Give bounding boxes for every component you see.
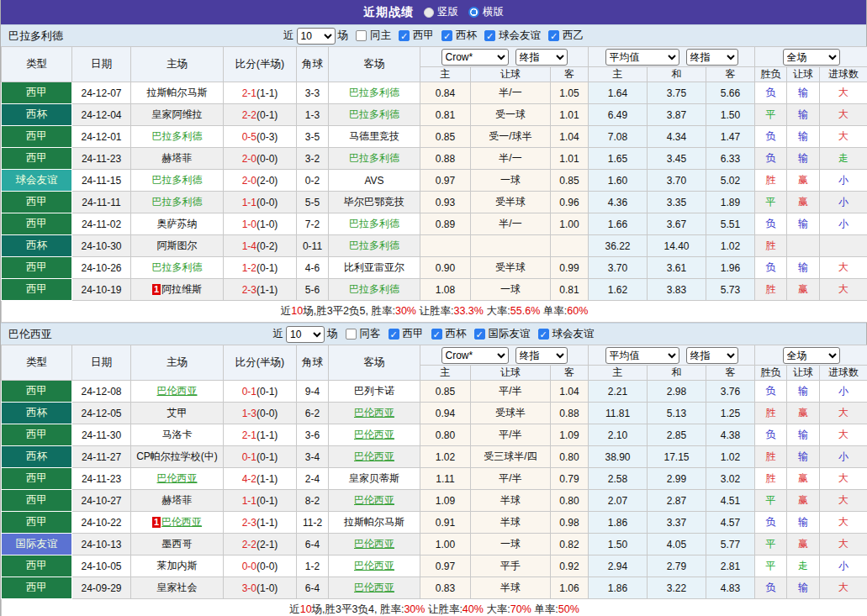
final-odds-select[interactable]: 终指 <box>515 49 568 66</box>
corner-score: 0-2 <box>297 170 329 192</box>
halftime-score: (0-3) <box>256 131 278 143</box>
result-goals: 大 <box>820 512 867 534</box>
filter-bar: 巴伦西亚近10场同客✓西甲✓西杯✓国际友谊✓球会友谊 <box>1 323 866 345</box>
match-row: 西甲24-12-01巴拉多利德0-5(0-3)3-5马德里竞技0.85受一/球半… <box>2 126 867 148</box>
league-type-badge: 西杯 <box>2 104 72 126</box>
league-checkbox[interactable]: ✓ <box>441 30 452 41</box>
corner-score: 9-4 <box>297 381 329 403</box>
match-count-select[interactable]: 10 <box>286 326 325 343</box>
home-team-cell: 阿斯图尔 <box>131 235 224 257</box>
away-team-name[interactable]: 巴伦西亚 <box>354 560 394 571</box>
summary-record: 场,胜3平3负4, <box>312 603 380 615</box>
avg-draw-odds: 2.85 <box>648 424 706 446</box>
match-count-select[interactable]: 10 <box>297 28 336 45</box>
avg-away-odds: 1.02 <box>706 235 755 257</box>
avg-home-odds: 11.81 <box>589 403 648 424</box>
away-team-name[interactable]: 巴伦西亚 <box>354 407 394 419</box>
league-checkbox[interactable]: ✓ <box>389 329 399 340</box>
league-type-badge: 西甲 <box>2 279 72 301</box>
summary-record: 场,胜3平2负5, <box>303 305 371 317</box>
away-team-name[interactable]: 巴拉多利德 <box>349 240 399 251</box>
handicap-home-odds: 0.81 <box>420 104 471 126</box>
handicap-away-odds: 1.09 <box>551 424 589 446</box>
corner-score: 8-2 <box>297 490 329 512</box>
fulltime-score: 1-0 <box>242 218 256 230</box>
halftime-score: (0-1) <box>256 451 278 463</box>
away-team-name[interactable]: 巴拉多利德 <box>349 218 399 229</box>
away-team-name[interactable]: 巴伦西亚 <box>354 494 394 506</box>
fulltime-select[interactable]: 全场 <box>783 49 840 66</box>
result-handicap: 输 <box>787 82 820 104</box>
handicap-away-odds: 0.79 <box>551 468 589 490</box>
away-team-name: 比利亚雷亚尔 <box>344 261 404 273</box>
league-checkbox[interactable]: ✓ <box>399 30 410 41</box>
fulltime-score: 3-0 <box>242 582 256 594</box>
handicap-home-odds: 0.85 <box>420 381 471 403</box>
halftime-score: (1-1) <box>256 284 278 296</box>
bookmaker-select[interactable]: Crow* <box>441 49 509 66</box>
result-handicap: 输 <box>787 512 820 534</box>
fulltime-select[interactable]: 全场 <box>783 347 840 364</box>
halftime-score: (1-0) <box>256 582 278 594</box>
home-team-name[interactable]: 巴伦西亚 <box>157 472 198 484</box>
away-team-name: 拉斯帕尔马斯 <box>344 516 404 528</box>
away-team-name[interactable]: 巴伦西亚 <box>354 429 394 440</box>
away-team-name[interactable]: 巴拉多利德 <box>349 87 399 98</box>
home-team-name[interactable]: 巴拉多利德 <box>152 196 203 208</box>
league-checkbox[interactable]: ✓ <box>548 30 559 41</box>
summary-text: 近10场,胜3平2负5, 胜率:30% 让胜率:33.3% 大率:55.6% 单… <box>2 301 867 323</box>
same-venue-checkbox[interactable] <box>356 30 367 41</box>
same-venue-checkbox[interactable] <box>346 329 357 340</box>
result-winloss: 胜 <box>755 468 787 490</box>
away-team-name[interactable]: 巴伦西亚 <box>354 450 394 462</box>
halftime-score: (0-0) <box>256 153 278 165</box>
avg-draw-odds: 4.05 <box>648 534 706 555</box>
handicap-line: 受三球半/四 <box>471 446 551 468</box>
result-goals: 小 <box>820 170 867 192</box>
final-odds-select[interactable]: 终指 <box>515 347 568 364</box>
home-team-name[interactable]: 巴拉多利德 <box>152 261 203 273</box>
league-type-badge: 西甲 <box>2 82 72 104</box>
away-team-name[interactable]: 巴拉多利德 <box>349 108 399 120</box>
handicap-odds-group-header: Crow*终指 <box>420 47 589 67</box>
away-team-name[interactable]: 巴拉多利德 <box>349 152 399 164</box>
away-team-name: 马德里竞技 <box>349 130 399 142</box>
near-label: 近 <box>283 29 294 43</box>
handicap-home-odds: 1.08 <box>420 279 471 301</box>
column-header: 客场 <box>329 345 420 381</box>
handicap-home-odds: 0.90 <box>420 257 471 279</box>
sub-column-header: 主 <box>589 67 648 82</box>
home-team-name[interactable]: 巴伦西亚 <box>157 385 198 397</box>
average-odds-select[interactable]: 平均值 <box>605 347 679 364</box>
radio-vertical-label: 竖版 <box>437 5 458 19</box>
final-odds-select-2[interactable]: 终指 <box>686 49 738 66</box>
league-checkbox[interactable]: ✓ <box>538 329 549 340</box>
radio-horizontal-layout[interactable]: 横版 <box>468 5 504 19</box>
league-checkbox-label: 西甲 <box>413 29 434 43</box>
match-date: 24-12-01 <box>72 126 131 148</box>
league-type-badge: 球会友谊 <box>2 170 72 192</box>
final-odds-select-2[interactable]: 终指 <box>686 347 738 364</box>
result-goals: 大 <box>820 126 867 148</box>
match-score: 2-0(0-0) <box>224 148 297 170</box>
avg-home-odds: 2.10 <box>589 424 648 446</box>
sub-column-header: 客 <box>706 67 755 82</box>
away-team-name[interactable]: 巴伦西亚 <box>354 582 394 593</box>
bookmaker-select[interactable]: Crow* <box>441 347 509 364</box>
league-type-badge: 西甲 <box>2 213 72 235</box>
halftime-score: (0-2) <box>256 240 278 252</box>
home-team-name[interactable]: 巴伦西亚 <box>161 516 202 528</box>
column-header: 主场 <box>131 345 224 381</box>
average-odds-select[interactable]: 平均值 <box>605 49 679 66</box>
league-checkbox[interactable]: ✓ <box>484 30 495 41</box>
home-team-name[interactable]: 巴拉多利德 <box>152 174 203 186</box>
match-date: 24-10-27 <box>72 490 131 512</box>
home-team-name[interactable]: 巴拉多利德 <box>152 130 203 142</box>
radio-vertical-layout[interactable]: 竖版 <box>424 5 458 19</box>
home-team-name: 赫塔菲 <box>162 152 193 164</box>
away-team-name[interactable]: 巴伦西亚 <box>354 538 394 550</box>
away-team-name[interactable]: 巴拉多利德 <box>349 283 399 295</box>
league-checkbox[interactable]: ✓ <box>431 329 442 340</box>
league-checkbox[interactable]: ✓ <box>474 329 485 340</box>
summary-stat-value: 55.6% <box>510 305 540 317</box>
